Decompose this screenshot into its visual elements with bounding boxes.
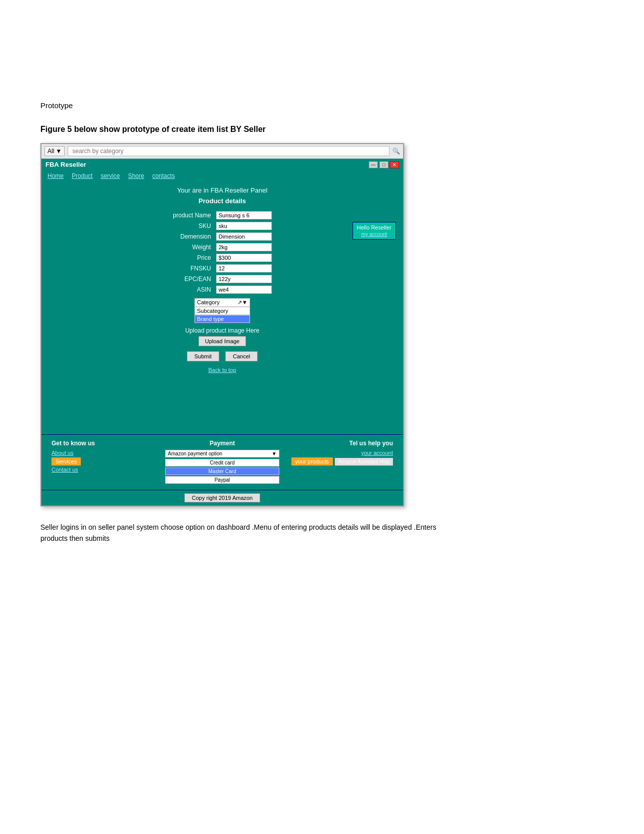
field-input-epcean — [214, 273, 274, 284]
payment-dropdown[interactable]: Amazon payment option ▼ — [165, 450, 279, 457]
title-bar: FBA Reseller — □ ✕ — [41, 159, 403, 170]
footer-col1-title: Get to know us — [52, 440, 165, 447]
footer: Get to know us About us Services Contact… — [41, 434, 403, 490]
table-row: FNSKU — [171, 263, 273, 273]
brandtype-item[interactable]: Brand type — [194, 315, 250, 323]
upload-image-button[interactable]: Upload Image — [199, 336, 246, 346]
minimize-button[interactable]: — — [369, 161, 378, 168]
field-input-asin — [214, 284, 274, 295]
field-label-product-name: product Name — [171, 210, 214, 220]
demension-input[interactable] — [216, 233, 272, 241]
asin-input[interactable] — [216, 286, 272, 294]
field-input-demension — [214, 231, 274, 242]
nav-bar: Home Product service Shore contacts — [41, 170, 403, 181]
field-label-fnsku: FNSKU — [171, 263, 214, 273]
dropdown-arrow: ▼ — [56, 148, 62, 155]
close-button[interactable]: ✕ — [390, 161, 399, 168]
field-label-epcean: EPC/EAN — [171, 273, 214, 284]
window-title: FBA Reseller — [45, 161, 86, 168]
contact-us-link[interactable]: Contact us — [52, 467, 165, 473]
copyright-bar: Copy right 2019 Amazon — [41, 490, 403, 505]
table-row: ASIN — [171, 284, 273, 295]
figure-caption: Figure 5 below show prototype of create … — [40, 125, 604, 134]
table-row: SKU — [171, 220, 273, 231]
maximize-button[interactable]: □ — [379, 161, 388, 168]
fnsku-input[interactable] — [216, 264, 272, 272]
cancel-button[interactable]: Cancel — [225, 351, 258, 361]
product-name-input[interactable] — [216, 211, 272, 219]
nav-contacts[interactable]: contacts — [152, 172, 175, 179]
product-details-title: Product details — [52, 197, 393, 205]
category-area: Category ↗▼ Subcategory Brand type — [52, 298, 393, 323]
field-label-demension: Demension — [171, 231, 214, 242]
window-controls: — □ ✕ — [369, 161, 399, 168]
category-label: Category — [197, 299, 220, 305]
category-select[interactable]: Category ↗▼ — [194, 298, 250, 307]
field-input-price — [214, 252, 274, 263]
category-arrow-icon: ↗▼ — [237, 299, 247, 306]
table-row: Demension — [171, 231, 273, 242]
panel-header: Your are in FBA Reseller Panel — [52, 187, 393, 194]
subcategory-item[interactable]: Subcategory — [194, 307, 250, 315]
main-content: Your are in FBA Reseller Panel Product d… — [41, 181, 403, 434]
nav-product[interactable]: Product — [72, 172, 92, 179]
payment-dropdown-label: Amazon payment option — [168, 451, 222, 456]
footer-col-payment: Payment Amazon payment option ▼ Credit c… — [165, 440, 279, 485]
sku-input[interactable] — [216, 222, 272, 230]
back-to-top: Back to top — [52, 365, 393, 374]
table-row: Price — [171, 252, 273, 263]
app-window: All ▼ 🔍 FBA Reseller — □ ✕ Home Product … — [40, 143, 404, 506]
mastercard-item[interactable]: Master Card — [165, 468, 279, 475]
field-input-product-name — [214, 210, 274, 220]
epcean-input[interactable] — [216, 275, 272, 283]
nav-home[interactable]: Home — [47, 172, 64, 179]
field-label-price: Price — [171, 252, 214, 263]
nav-shore[interactable]: Shore — [128, 172, 144, 179]
field-label-sku: SKU — [171, 220, 214, 231]
field-label-weight: Weight — [171, 242, 214, 252]
field-label-asin: ASIN — [171, 284, 214, 295]
all-dropdown[interactable]: All ▼ — [44, 146, 65, 156]
submit-button[interactable]: Submit — [187, 351, 219, 361]
copyright-text: Copy right 2019 Amazon — [184, 493, 260, 502]
services-button[interactable]: Services — [52, 457, 81, 466]
all-label: All — [47, 148, 54, 155]
field-input-fnsku — [214, 263, 274, 273]
price-input[interactable] — [216, 254, 272, 262]
table-row: product Name — [171, 210, 273, 220]
paypal-item[interactable]: Paypal — [165, 476, 279, 484]
dropdown-arrow-icon: ▼ — [272, 451, 277, 456]
form-actions: Submit Cancel — [52, 351, 393, 361]
footer-col-help: Tel us help you your account your produc… — [279, 440, 393, 485]
footer-col2-title: Payment — [165, 440, 279, 447]
my-account-link[interactable]: my account — [357, 231, 391, 237]
prototype-label: Prototype — [40, 101, 604, 110]
about-us-link[interactable]: About us — [52, 450, 165, 456]
search-icon: 🔍 — [392, 148, 400, 155]
field-input-weight — [214, 242, 274, 252]
hello-greeting: Hello Reseller — [357, 224, 391, 230]
table-row: EPC/EAN — [171, 273, 273, 284]
footer-col3-title: Tel us help you — [279, 440, 393, 447]
weight-input[interactable] — [216, 243, 272, 251]
search-input[interactable] — [68, 146, 389, 156]
table-row: Weight — [171, 242, 273, 252]
your-account-link[interactable]: your account — [279, 450, 393, 456]
hello-box: Hello Reseller my account — [353, 222, 396, 240]
description-text: Seller logins in on seller panel system … — [40, 522, 444, 544]
field-input-sku — [214, 220, 274, 231]
footer-col-about: Get to know us About us Services Contact… — [52, 440, 165, 485]
credit-card-item[interactable]: Credit card — [165, 459, 279, 467]
back-to-top-link[interactable]: Back to top — [208, 367, 236, 373]
nav-service[interactable]: service — [101, 172, 120, 179]
upload-label: Upload product image Here — [52, 327, 393, 334]
browser-bar: All ▼ 🔍 — [41, 144, 403, 159]
product-form: product Name SKU Demension — [171, 210, 273, 295]
amazon-assistant-help: Amazon Assistant Help — [335, 458, 393, 466]
your-products-button[interactable]: your products — [291, 457, 333, 466]
